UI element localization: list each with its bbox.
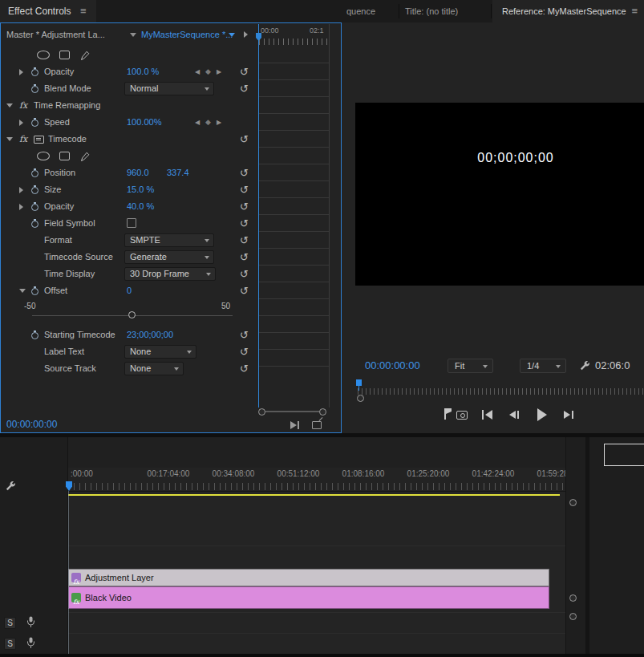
reset-icon[interactable]: ↺	[240, 266, 249, 282]
reset-icon[interactable]: ↺	[240, 249, 249, 266]
play-around-icon[interactable]	[290, 421, 297, 429]
ec-ruler-ticks[interactable]	[259, 39, 328, 45]
chevron-down-icon[interactable]	[6, 103, 13, 107]
chevron-down-icon[interactable]	[19, 289, 26, 293]
panel-menu-icon[interactable]: ≡	[631, 0, 638, 22]
stopwatch-icon[interactable]	[31, 288, 38, 295]
stopwatch-icon[interactable]	[31, 170, 38, 177]
zoom-bar-left-handle[interactable]	[258, 408, 265, 416]
add-keyframe-icon[interactable]: ◆	[205, 63, 211, 80]
chevron-right-icon[interactable]	[19, 187, 23, 193]
speed-value[interactable]: 100.00%	[127, 114, 161, 131]
opacity-tc-value[interactable]: 40.0 %	[127, 198, 154, 215]
keyframe-next-icon[interactable]: ▶	[217, 63, 221, 80]
reset-icon[interactable]: ↺	[240, 360, 249, 377]
size-value[interactable]: 15.0 %	[127, 181, 154, 198]
timecode-source-dropdown[interactable]: Generate	[124, 250, 214, 264]
reset-icon[interactable]: ↺	[240, 215, 249, 232]
program-current-time[interactable]: 00:00:00:00	[365, 359, 420, 373]
playback-resolution-dropdown[interactable]: 1/4	[520, 359, 566, 373]
offset-value[interactable]: 0	[127, 282, 132, 299]
chevron-right-icon[interactable]	[19, 204, 23, 210]
scroll-handle[interactable]	[569, 499, 577, 506]
ec-current-time[interactable]: 00:00:00:00	[6, 417, 57, 432]
chevron-down-icon[interactable]	[130, 33, 136, 37]
zoom-bar-right-handle[interactable]	[319, 408, 326, 416]
keyframe-prev-icon[interactable]: ◀	[195, 114, 200, 131]
keyframe-prev-icon[interactable]: ◀	[195, 63, 200, 80]
opacity-value[interactable]: 100.0 %	[127, 63, 159, 80]
time-display-dropdown[interactable]: 30 Drop Frame	[124, 267, 216, 281]
ellipse-mask-icon[interactable]	[37, 51, 50, 59]
step-forward-icon[interactable]	[561, 406, 577, 424]
add-keyframe-icon[interactable]: ◆	[205, 114, 211, 131]
source-track-dropdown[interactable]: None	[124, 362, 184, 375]
reset-icon[interactable]: ↺	[240, 181, 249, 198]
format-dropdown[interactable]: SMPTE	[124, 233, 214, 247]
work-area-bar[interactable]	[68, 494, 560, 496]
section-label[interactable]: Timecode	[48, 131, 87, 148]
play-icon[interactable]	[534, 406, 550, 424]
stopwatch-icon[interactable]	[31, 221, 38, 228]
chevron-down-icon[interactable]	[6, 137, 13, 141]
clip-black-video[interactable]: fx Black Video	[68, 586, 549, 609]
ec-playhead-line[interactable]	[258, 24, 259, 408]
mic-icon[interactable]	[26, 616, 35, 631]
chevron-right-icon[interactable]	[19, 69, 23, 75]
timeline-scrollbar-column[interactable]	[565, 437, 585, 657]
reset-icon[interactable]: ↺	[240, 164, 249, 181]
sequence-name-label[interactable]: MyMasterSequence *...	[141, 24, 233, 45]
solo-track-button[interactable]: S	[4, 638, 16, 650]
clip-adjustment-layer[interactable]: fx Adjustment Layer	[68, 569, 549, 586]
position-y-value[interactable]: 337.4	[167, 164, 189, 181]
bottom-scroll-strip[interactable]	[0, 654, 644, 657]
go-to-in-icon[interactable]	[480, 406, 496, 424]
program-scrubber-playhead[interactable]	[356, 379, 362, 386]
add-marker-icon[interactable]	[439, 406, 456, 424]
rect-mask-icon[interactable]	[59, 51, 70, 59]
stopwatch-icon[interactable]	[31, 187, 38, 194]
reset-icon[interactable]: ↺	[240, 63, 249, 80]
stopwatch-icon[interactable]	[31, 120, 38, 127]
reset-icon[interactable]: ↺	[240, 198, 249, 215]
field-symbol-checkbox[interactable]	[127, 218, 136, 228]
zoom-level-dropdown[interactable]: Fit	[448, 359, 493, 373]
position-x-value[interactable]: 960.0	[127, 164, 149, 181]
tab-sequence-partial[interactable]: quence	[346, 0, 375, 22]
reset-icon[interactable]: ↺	[240, 80, 249, 97]
timeline-view-toggle-icon[interactable]	[244, 31, 248, 38]
stopwatch-icon[interactable]	[31, 204, 38, 211]
reset-icon[interactable]: ↺	[240, 326, 249, 343]
starting-timecode-value[interactable]: 23;00;00;00	[127, 326, 173, 343]
offset-slider-handle[interactable]	[128, 311, 136, 318]
pen-mask-icon[interactable]	[80, 151, 90, 165]
mic-icon[interactable]	[26, 637, 35, 652]
timeline-ruler-ticks[interactable]	[68, 483, 585, 490]
reset-icon[interactable]: ↺	[240, 131, 249, 148]
zoom-bar-track[interactable]	[265, 411, 320, 412]
panel-menu-icon[interactable]: ≡	[80, 0, 87, 22]
effect-controls-tab[interactable]: Effect Controls ≡	[0, 0, 96, 22]
timeline-wrench-icon[interactable]	[5, 480, 17, 495]
reset-icon[interactable]: ↺	[240, 343, 249, 360]
pen-mask-icon[interactable]	[80, 50, 90, 64]
reset-icon[interactable]: ↺	[240, 282, 249, 299]
keyframe-next-icon[interactable]: ▶	[217, 114, 221, 131]
label-text-dropdown[interactable]: None	[124, 345, 196, 359]
chevron-right-icon[interactable]	[19, 120, 23, 126]
reset-icon[interactable]: ↺	[240, 232, 249, 249]
program-video-frame[interactable]: 00;00;00;00	[355, 103, 644, 286]
program-scrubber-ticks[interactable]	[358, 388, 644, 395]
export-frame-icon[interactable]	[454, 406, 470, 424]
tab-title-no-title[interactable]: Title: (no title)	[405, 0, 458, 22]
solo-track-button[interactable]: S	[4, 617, 16, 629]
blend-mode-dropdown[interactable]: Normal	[124, 82, 214, 95]
rect-mask-icon[interactable]	[59, 152, 70, 160]
master-clip-label[interactable]: Master * Adjustment La...	[6, 24, 105, 45]
tab-reference-sequence[interactable]: Reference: MyMasterSequence ≡	[492, 0, 644, 22]
stopwatch-icon[interactable]	[31, 69, 38, 76]
chevron-down-icon[interactable]	[229, 33, 235, 37]
step-back-icon[interactable]	[507, 406, 523, 424]
scrubber-zoom-handle[interactable]	[357, 395, 364, 402]
stopwatch-icon[interactable]	[31, 86, 38, 93]
